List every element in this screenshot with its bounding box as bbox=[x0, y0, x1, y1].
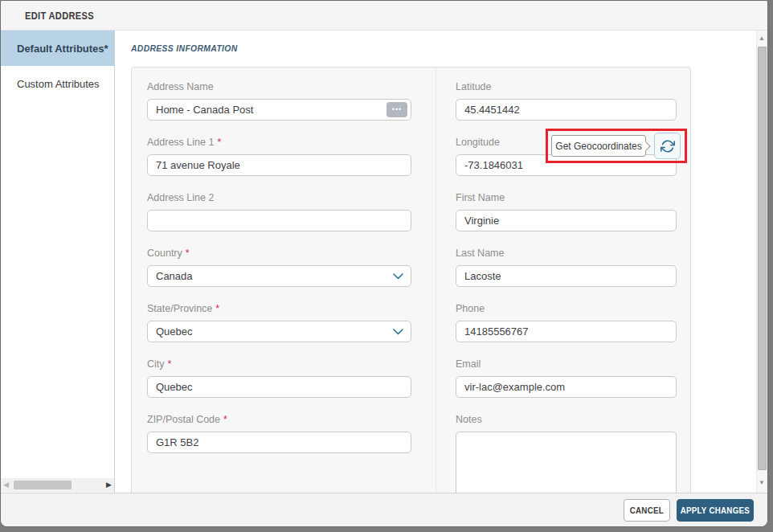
field-zip-postal-code: ZIP/Postal Code* bbox=[147, 415, 411, 453]
longitude-label: Longitude bbox=[456, 137, 500, 148]
dialog-footer: CANCEL APPLY CHANGES bbox=[1, 493, 767, 526]
field-address-line-1: Address Line 1* bbox=[147, 137, 411, 176]
scroll-right-icon[interactable]: ▶ bbox=[106, 481, 112, 489]
email-label: Email bbox=[456, 358, 481, 370]
required-marker: * bbox=[186, 248, 190, 259]
latitude-label: Latitude bbox=[456, 81, 491, 92]
scroll-left-icon[interactable]: ◀ bbox=[3, 481, 9, 489]
section-title: ADDRESS INFORMATION bbox=[131, 43, 238, 53]
first-name-input[interactable] bbox=[456, 210, 677, 231]
dialog-titlebar: EDIT ADDRESS bbox=[1, 1, 767, 31]
address-line-1-input[interactable] bbox=[147, 154, 411, 176]
last-name-label: Last Name bbox=[456, 248, 504, 259]
horizontal-scrollbar[interactable]: ◀ ▶ bbox=[1, 478, 114, 492]
tooltip-label: Get Geocoordinates bbox=[555, 141, 641, 152]
city-input[interactable] bbox=[147, 376, 411, 398]
field-state-province: State/Province* bbox=[147, 304, 411, 342]
field-last-name: Last Name bbox=[456, 248, 677, 287]
field-first-name: First Name bbox=[456, 193, 677, 231]
notes-textarea[interactable] bbox=[456, 432, 677, 493]
field-email: Email bbox=[456, 359, 677, 398]
required-marker: * bbox=[223, 414, 227, 425]
city-label: City bbox=[147, 358, 165, 370]
field-address-name: Address Name ••• bbox=[147, 82, 411, 121]
latitude-input[interactable] bbox=[456, 99, 677, 121]
scroll-down-icon[interactable]: ▼ bbox=[759, 479, 765, 486]
country-label: Country bbox=[147, 248, 182, 259]
longitude-input[interactable] bbox=[456, 154, 677, 176]
sidebar-item-default-attributes[interactable]: Default Attributes* bbox=[1, 31, 114, 66]
form-column-left: Address Name ••• Address Line 1* A bbox=[147, 82, 411, 470]
column-divider bbox=[436, 68, 436, 493]
get-geocoordinates-tooltip: Get Geocoordinates bbox=[551, 135, 646, 157]
field-phone: Phone bbox=[456, 304, 677, 342]
zip-postal-code-input[interactable] bbox=[147, 432, 411, 453]
ellipsis-icon[interactable]: ••• bbox=[386, 102, 407, 117]
sidebar-item-custom-attributes[interactable]: Custom Attributes bbox=[1, 66, 114, 101]
sidebar: Default Attributes* Custom Attributes ◀ … bbox=[1, 31, 115, 493]
sidebar-item-label: Default Attributes* bbox=[17, 43, 108, 55]
address-form-panel: Address Name ••• Address Line 1* A bbox=[131, 67, 691, 493]
country-select[interactable] bbox=[147, 265, 411, 287]
sidebar-item-label: Custom Attributes bbox=[17, 78, 100, 90]
phone-label: Phone bbox=[456, 303, 485, 314]
address-line-2-label: Address Line 2 bbox=[147, 192, 214, 203]
required-marker: * bbox=[215, 303, 219, 314]
address-name-label: Address Name bbox=[147, 81, 214, 92]
phone-input[interactable] bbox=[456, 321, 677, 342]
required-marker: * bbox=[168, 358, 172, 370]
get-geocoordinates-button[interactable] bbox=[654, 133, 681, 159]
field-notes: Notes bbox=[456, 415, 677, 493]
refresh-icon bbox=[661, 139, 675, 153]
field-latitude: Latitude bbox=[456, 82, 677, 121]
required-marker: * bbox=[217, 137, 221, 148]
address-name-input[interactable] bbox=[147, 99, 411, 121]
first-name-label: First Name bbox=[456, 192, 505, 203]
content-area: ADDRESS INFORMATION Address Name ••• Add… bbox=[115, 31, 756, 493]
cancel-button-label: CANCEL bbox=[630, 505, 664, 515]
email-field[interactable] bbox=[456, 376, 677, 398]
notes-label: Notes bbox=[456, 414, 482, 425]
edit-address-dialog: EDIT ADDRESS Default Attributes* Custom … bbox=[0, 0, 768, 527]
dialog-body: Default Attributes* Custom Attributes ◀ … bbox=[1, 31, 767, 493]
field-city: City* bbox=[147, 359, 411, 398]
address-line-1-label: Address Line 1 bbox=[147, 137, 214, 148]
cancel-button[interactable]: CANCEL bbox=[624, 499, 670, 522]
last-name-input[interactable] bbox=[456, 265, 677, 287]
scroll-up-icon[interactable]: ▲ bbox=[759, 35, 765, 42]
apply-changes-button-label: APPLY CHANGES bbox=[681, 505, 750, 515]
apply-changes-button[interactable]: APPLY CHANGES bbox=[677, 499, 754, 522]
state-province-select[interactable] bbox=[147, 321, 411, 342]
dialog-title: EDIT ADDRESS bbox=[25, 10, 94, 22]
state-province-label: State/Province bbox=[147, 303, 212, 314]
vertical-scrollbar[interactable]: ▲ ▼ bbox=[756, 31, 767, 493]
zip-postal-code-label: ZIP/Postal Code bbox=[147, 414, 220, 425]
field-country: Country* bbox=[147, 248, 411, 287]
field-address-line-2: Address Line 2 bbox=[147, 193, 411, 231]
address-line-2-input[interactable] bbox=[147, 210, 411, 231]
vertical-scrollbar-thumb[interactable] bbox=[758, 47, 767, 470]
horizontal-scrollbar-thumb[interactable] bbox=[14, 481, 72, 489]
